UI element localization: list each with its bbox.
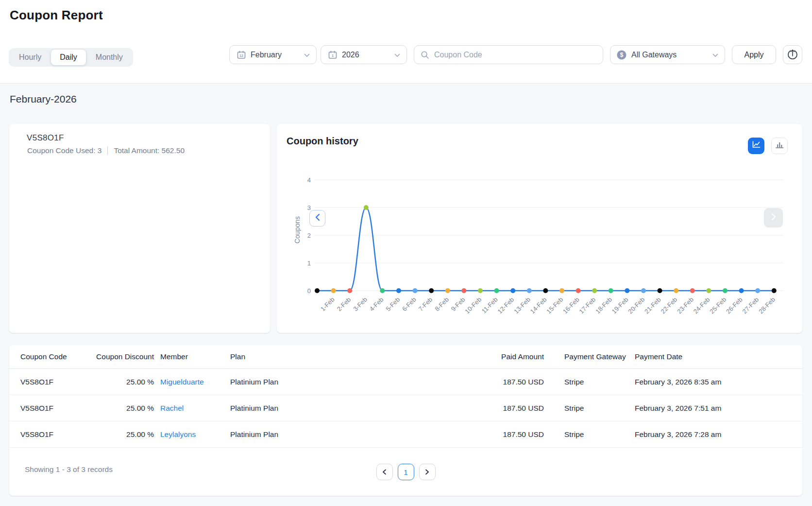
calendar-month-icon: 12 <box>237 50 246 60</box>
x-tick-label: 22-Feb <box>660 296 679 315</box>
dollar-circle-icon: $ <box>616 50 627 60</box>
cell-discount: 25.00 % <box>91 378 154 386</box>
gateway-select[interactable]: $ All Gateways <box>610 45 725 64</box>
month-select[interactable]: 12 February <box>229 45 317 64</box>
section-title: February-2026 <box>10 93 77 105</box>
cell-member[interactable]: Miguelduarte <box>154 378 230 386</box>
data-point <box>641 288 646 293</box>
y-axis-label: Coupons <box>293 216 301 244</box>
cell-date: February 3, 2026 8:35 am <box>635 378 791 386</box>
tab-daily[interactable]: Daily <box>51 50 86 65</box>
coupon-summary-line: Coupon Code Used: 3 Total Amount: 562.50 <box>27 146 185 155</box>
chevron-left-icon <box>382 468 387 476</box>
data-point <box>510 288 515 293</box>
column-header: Payment Date <box>635 352 791 361</box>
top-bar: Coupon Report HourlyDailyMonthly 12 Febr… <box>0 0 812 84</box>
column-header: Coupon Discount <box>91 352 154 361</box>
coupon-report-screen: Coupon Report HourlyDailyMonthly 12 Febr… <box>0 0 812 506</box>
cell-paid: 187.50 USD <box>390 404 544 413</box>
data-point <box>413 288 418 293</box>
pagination-prev-button[interactable] <box>376 464 393 480</box>
x-tick-label: 11-Feb <box>480 296 499 315</box>
table-footer: Showing 1 - 3 of 3 records 1 <box>9 449 802 496</box>
svg-text:12: 12 <box>239 54 243 57</box>
cell-code: V5S8O1F <box>20 430 91 439</box>
data-point <box>674 288 678 293</box>
chevron-right-icon <box>771 213 777 223</box>
coupon-total-amount: Total Amount: 562.50 <box>114 146 185 155</box>
data-point <box>380 288 385 293</box>
data-point <box>592 288 597 293</box>
y-tick-label: 3 <box>307 204 311 211</box>
x-tick-label: 3-Feb <box>352 296 369 313</box>
data-point <box>739 288 744 293</box>
data-point <box>315 288 320 293</box>
data-point <box>396 288 401 293</box>
coupon-summary-card: V5S8O1F Coupon Code Used: 3 Total Amount… <box>9 124 270 333</box>
pagination-next-button[interactable] <box>419 464 436 480</box>
pagination-page-1-button[interactable]: 1 <box>398 464 414 480</box>
series-line <box>317 208 774 291</box>
divider <box>107 146 108 155</box>
export-button[interactable] <box>783 45 802 64</box>
cell-code: V5S8O1F <box>20 404 91 413</box>
svg-text:$: $ <box>620 52 624 58</box>
table-row: V5S8O1F25.00 %MiguelduartePlatinium Plan… <box>9 369 802 395</box>
data-point <box>772 288 777 293</box>
table-row: V5S8O1F25.00 %RachelPlatinium Plan187.50… <box>9 395 802 421</box>
data-point <box>494 288 499 293</box>
cell-date: February 3, 2026 7:28 am <box>635 430 791 439</box>
year-select[interactable]: 1 2026 <box>321 45 407 64</box>
data-point <box>429 288 434 293</box>
apply-button[interactable]: Apply <box>732 45 776 64</box>
x-tick-label: 8-Feb <box>433 296 450 313</box>
month-select-value: February <box>251 51 282 59</box>
x-tick-label: 25-Feb <box>708 296 727 315</box>
x-tick-label: 6-Feb <box>401 296 418 313</box>
data-point <box>755 288 760 293</box>
cell-plan: Platinium Plan <box>230 404 390 413</box>
y-tick-label: 2 <box>307 232 311 239</box>
chart-prev-button[interactable] <box>309 210 325 227</box>
x-tick-label: 27-Feb <box>741 296 761 315</box>
x-tick-label: 13-Feb <box>512 296 532 315</box>
cell-member[interactable]: Leylalyons <box>154 430 230 439</box>
column-header: Plan <box>230 352 390 361</box>
search-icon <box>420 50 430 60</box>
column-header: Coupon Code <box>20 352 91 361</box>
chart-next-button[interactable] <box>764 208 783 227</box>
cell-gateway: Stripe <box>544 430 635 439</box>
table-body: V5S8O1F25.00 %MiguelduartePlatinium Plan… <box>9 369 802 448</box>
cell-plan: Platinium Plan <box>230 378 390 386</box>
cell-paid: 187.50 USD <box>390 378 544 386</box>
coupon-history-card: Coupon history 01234Coupons1-Feb2-Feb3-F… <box>277 124 802 333</box>
pagination: 1 <box>9 464 802 480</box>
data-point <box>625 288 629 293</box>
page-title: Coupon Report <box>10 8 103 23</box>
cell-paid: 187.50 USD <box>390 430 544 439</box>
chevron-right-icon <box>425 468 429 476</box>
data-point <box>364 205 369 210</box>
coupon-code-search[interactable] <box>414 45 603 64</box>
chevron-down-icon <box>394 51 400 59</box>
x-tick-label: 20-Feb <box>626 296 646 315</box>
x-tick-label: 14-Feb <box>529 296 548 315</box>
cell-gateway: Stripe <box>544 404 635 413</box>
cell-member[interactable]: Rachel <box>154 404 230 413</box>
x-tick-label: 12-Feb <box>496 296 516 315</box>
calendar-year-icon: 1 <box>328 50 338 60</box>
data-point <box>609 288 613 293</box>
tab-hourly[interactable]: Hourly <box>10 50 50 65</box>
year-select-value: 2026 <box>342 51 359 59</box>
column-header: Member <box>154 352 230 361</box>
data-point <box>658 288 662 293</box>
coupon-history-chart: 01234Coupons1-Feb2-Feb3-Feb4-Feb5-Feb6-F… <box>277 124 802 333</box>
data-point <box>347 288 352 293</box>
data-point <box>445 288 450 293</box>
x-tick-label: 16-Feb <box>561 296 581 315</box>
data-point <box>576 288 581 293</box>
y-tick-label: 0 <box>307 287 311 295</box>
tab-monthly[interactable]: Monthly <box>87 50 132 65</box>
data-point <box>559 288 564 293</box>
coupon-code-input[interactable] <box>434 51 597 59</box>
